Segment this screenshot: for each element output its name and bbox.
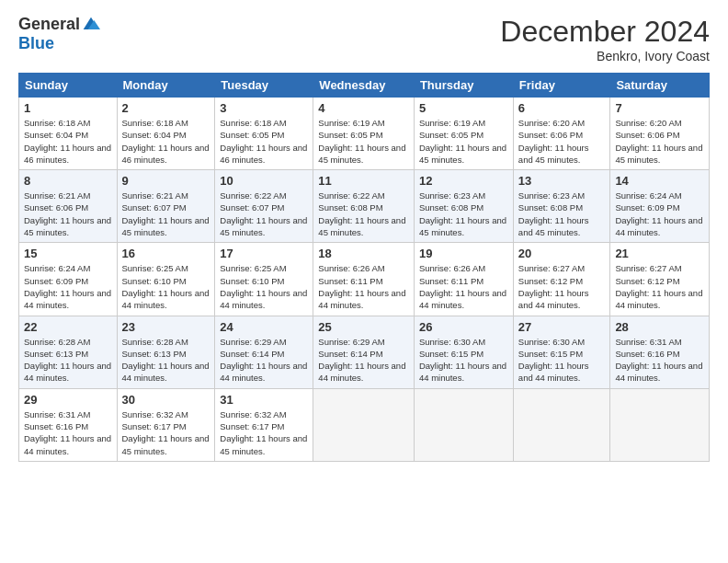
daylight-label: Daylight: 11 hours and 45 minutes. — [318, 215, 405, 237]
sunrise-label: Sunrise: 6:24 AM — [615, 190, 681, 201]
daylight-label: Daylight: 11 hours and 44 minutes. — [318, 288, 405, 310]
day-number: 8 — [24, 174, 112, 188]
header-thursday: Thursday — [414, 74, 513, 98]
sunrise-label: Sunrise: 6:30 AM — [518, 337, 585, 347]
day-info: Sunrise: 6:23 AM Sunset: 6:08 PM Dayligh… — [419, 190, 508, 238]
sunset-label: Sunset: 6:09 PM — [615, 202, 679, 213]
table-row: 11 Sunrise: 6:22 AM Sunset: 6:08 PM Dayl… — [313, 170, 415, 243]
table-row: 31 Sunrise: 6:32 AM Sunset: 6:17 PM Dayl… — [215, 388, 313, 461]
day-info: Sunrise: 6:19 AM Sunset: 6:05 PM Dayligh… — [318, 117, 409, 166]
sunrise-label: Sunrise: 6:32 AM — [122, 409, 188, 419]
day-info: Sunrise: 6:31 AM Sunset: 6:16 PM Dayligh… — [615, 336, 704, 385]
day-info: Sunrise: 6:18 AM Sunset: 6:04 PM Dayligh… — [122, 117, 210, 166]
table-row: 16 Sunrise: 6:25 AM Sunset: 6:10 PM Dayl… — [117, 243, 215, 316]
table-row: 24 Sunrise: 6:29 AM Sunset: 6:14 PM Dayl… — [215, 316, 313, 388]
day-info: Sunrise: 6:26 AM Sunset: 6:11 PM Dayligh… — [318, 262, 409, 311]
sunset-label: Sunset: 6:10 PM — [220, 276, 284, 286]
day-info: Sunrise: 6:28 AM Sunset: 6:13 PM Dayligh… — [122, 336, 210, 385]
table-row — [610, 388, 710, 461]
day-number: 17 — [220, 247, 308, 260]
daylight-label: Daylight: 11 hours and 44 minutes. — [518, 288, 589, 310]
table-row: 22 Sunrise: 6:28 AM Sunset: 6:13 PM Dayl… — [19, 316, 118, 388]
day-number: 10 — [220, 174, 308, 188]
calendar-week-row: 29 Sunrise: 6:31 AM Sunset: 6:16 PM Dayl… — [19, 388, 710, 461]
sunrise-label: Sunrise: 6:21 AM — [24, 190, 90, 201]
sunrise-label: Sunrise: 6:26 AM — [318, 263, 384, 273]
daylight-label: Daylight: 11 hours and 45 minutes. — [220, 215, 307, 237]
sunrise-label: Sunrise: 6:18 AM — [220, 118, 286, 128]
day-info: Sunrise: 6:31 AM Sunset: 6:16 PM Dayligh… — [24, 408, 112, 457]
table-row: 8 Sunrise: 6:21 AM Sunset: 6:06 PM Dayli… — [19, 170, 118, 243]
sunset-label: Sunset: 6:06 PM — [24, 202, 88, 213]
day-info: Sunrise: 6:25 AM Sunset: 6:10 PM Dayligh… — [220, 262, 308, 311]
logo-icon — [82, 16, 100, 34]
table-row: 25 Sunrise: 6:29 AM Sunset: 6:14 PM Dayl… — [313, 316, 415, 388]
daylight-label: Daylight: 11 hours and 45 minutes. — [518, 215, 589, 237]
sunrise-label: Sunrise: 6:29 AM — [318, 337, 384, 347]
sunrise-label: Sunrise: 6:25 AM — [122, 263, 188, 273]
sunset-label: Sunset: 6:15 PM — [419, 349, 483, 359]
day-number: 7 — [615, 101, 704, 115]
sunrise-label: Sunrise: 6:26 AM — [419, 263, 485, 273]
sunset-label: Sunset: 6:05 PM — [220, 130, 284, 140]
day-info: Sunrise: 6:21 AM Sunset: 6:07 PM Dayligh… — [122, 190, 210, 238]
day-number: 21 — [615, 247, 704, 260]
table-row: 26 Sunrise: 6:30 AM Sunset: 6:15 PM Dayl… — [414, 316, 513, 388]
table-row: 20 Sunrise: 6:27 AM Sunset: 6:12 PM Dayl… — [513, 243, 610, 316]
sunset-label: Sunset: 6:13 PM — [24, 349, 88, 359]
sunrise-label: Sunrise: 6:28 AM — [122, 337, 188, 347]
sunset-label: Sunset: 6:14 PM — [318, 349, 382, 359]
table-row: 12 Sunrise: 6:23 AM Sunset: 6:08 PM Dayl… — [414, 170, 513, 243]
daylight-label: Daylight: 11 hours and 45 minutes. — [220, 433, 307, 455]
sunrise-label: Sunrise: 6:19 AM — [419, 118, 485, 128]
calendar-week-row: 15 Sunrise: 6:24 AM Sunset: 6:09 PM Dayl… — [19, 243, 710, 316]
day-number: 11 — [318, 174, 409, 188]
sunset-label: Sunset: 6:06 PM — [615, 130, 679, 140]
table-row — [313, 388, 415, 461]
daylight-label: Daylight: 11 hours and 45 minutes. — [318, 143, 405, 165]
daylight-label: Daylight: 11 hours and 45 minutes. — [419, 215, 506, 237]
table-row: 29 Sunrise: 6:31 AM Sunset: 6:16 PM Dayl… — [19, 388, 118, 461]
day-number: 12 — [419, 174, 508, 188]
daylight-label: Daylight: 11 hours and 46 minutes. — [220, 143, 307, 165]
logo-general: General — [18, 15, 80, 34]
daylight-label: Daylight: 11 hours and 44 minutes. — [419, 361, 506, 383]
day-info: Sunrise: 6:22 AM Sunset: 6:08 PM Dayligh… — [318, 190, 409, 238]
sunset-label: Sunset: 6:08 PM — [419, 202, 483, 213]
sunrise-label: Sunrise: 6:23 AM — [419, 190, 485, 201]
day-number: 26 — [419, 320, 508, 334]
daylight-label: Daylight: 11 hours and 45 minutes. — [615, 143, 702, 165]
day-number: 5 — [419, 101, 508, 115]
table-row: 1 Sunrise: 6:18 AM Sunset: 6:04 PM Dayli… — [19, 98, 118, 170]
sunset-label: Sunset: 6:07 PM — [220, 202, 284, 213]
sunrise-label: Sunrise: 6:27 AM — [615, 263, 681, 273]
sunset-label: Sunset: 6:12 PM — [518, 276, 583, 286]
daylight-label: Daylight: 11 hours and 44 minutes. — [518, 361, 589, 383]
sunset-label: Sunset: 6:06 PM — [518, 130, 583, 140]
daylight-label: Daylight: 11 hours and 46 minutes. — [122, 143, 210, 165]
daylight-label: Daylight: 11 hours and 44 minutes. — [318, 361, 405, 383]
header-sunday: Sunday — [19, 74, 118, 98]
table-row: 5 Sunrise: 6:19 AM Sunset: 6:05 PM Dayli… — [414, 98, 513, 170]
day-number: 14 — [615, 174, 704, 188]
day-number: 18 — [318, 247, 409, 260]
day-number: 30 — [122, 393, 210, 407]
table-row: 7 Sunrise: 6:20 AM Sunset: 6:06 PM Dayli… — [610, 98, 710, 170]
table-row — [414, 388, 513, 461]
day-info: Sunrise: 6:23 AM Sunset: 6:08 PM Dayligh… — [518, 190, 606, 238]
day-number: 28 — [615, 320, 704, 334]
daylight-label: Daylight: 11 hours and 44 minutes. — [220, 361, 307, 383]
calendar-week-row: 8 Sunrise: 6:21 AM Sunset: 6:06 PM Dayli… — [19, 170, 710, 243]
calendar-week-row: 22 Sunrise: 6:28 AM Sunset: 6:13 PM Dayl… — [19, 316, 710, 388]
day-info: Sunrise: 6:26 AM Sunset: 6:11 PM Dayligh… — [419, 262, 508, 311]
header-monday: Monday — [117, 74, 215, 98]
sunset-label: Sunset: 6:14 PM — [220, 349, 284, 359]
day-info: Sunrise: 6:28 AM Sunset: 6:13 PM Dayligh… — [24, 336, 112, 385]
table-row: 19 Sunrise: 6:26 AM Sunset: 6:11 PM Dayl… — [414, 243, 513, 316]
day-info: Sunrise: 6:32 AM Sunset: 6:17 PM Dayligh… — [220, 408, 308, 457]
table-row: 18 Sunrise: 6:26 AM Sunset: 6:11 PM Dayl… — [313, 243, 415, 316]
day-info: Sunrise: 6:30 AM Sunset: 6:15 PM Dayligh… — [419, 336, 508, 385]
sunrise-label: Sunrise: 6:31 AM — [24, 409, 90, 419]
table-row: 21 Sunrise: 6:27 AM Sunset: 6:12 PM Dayl… — [610, 243, 710, 316]
daylight-label: Daylight: 11 hours and 44 minutes. — [24, 433, 111, 455]
